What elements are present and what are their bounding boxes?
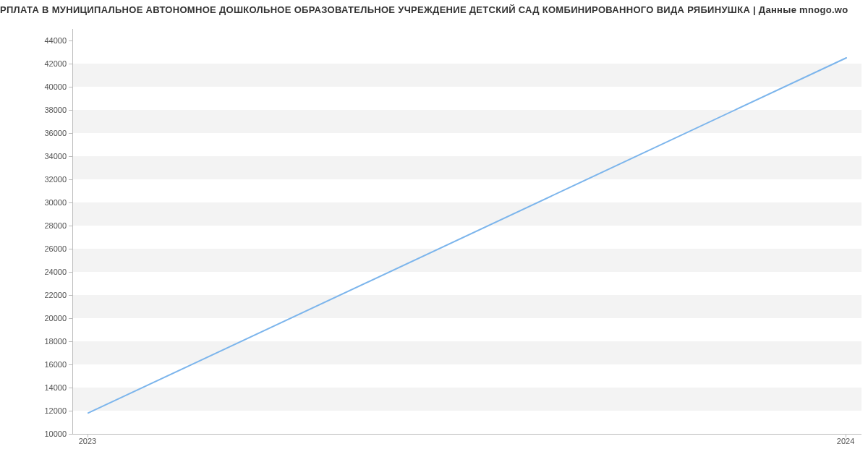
y-tick-mark	[69, 133, 72, 134]
y-tick-label: 16000	[9, 360, 67, 369]
y-tick-mark	[69, 434, 72, 435]
y-tick-label: 42000	[9, 59, 67, 68]
y-tick-label: 24000	[9, 268, 67, 276]
y-tick-label: 44000	[9, 36, 67, 45]
y-tick-mark	[69, 318, 72, 319]
y-tick-mark	[69, 179, 72, 180]
x-tick-mark	[846, 434, 846, 437]
y-tick-label: 12000	[9, 406, 67, 415]
y-tick-label: 20000	[9, 314, 67, 322]
y-tick-mark	[69, 202, 72, 203]
y-tick-label: 34000	[9, 152, 67, 161]
y-tick-label: 28000	[9, 221, 67, 230]
y-tick-mark	[69, 64, 72, 64]
y-tick-mark	[69, 272, 72, 273]
y-tick-mark	[69, 110, 72, 111]
x-tick-label: 2024	[837, 437, 854, 445]
y-tick-label: 40000	[9, 82, 67, 91]
x-tick-mark	[88, 434, 88, 437]
y-tick-label: 18000	[9, 337, 67, 346]
y-tick-mark	[69, 364, 72, 365]
y-tick-label: 22000	[9, 291, 67, 299]
y-tick-label: 26000	[9, 244, 67, 253]
y-tick-label: 32000	[9, 175, 67, 184]
y-tick-label: 10000	[9, 430, 67, 438]
y-tick-mark	[69, 156, 72, 157]
y-tick-mark	[69, 388, 72, 388]
y-tick-mark	[69, 226, 72, 226]
y-tick-mark	[69, 40, 72, 41]
y-tick-mark	[69, 249, 72, 249]
y-tick-label: 36000	[9, 129, 67, 137]
y-tick-label: 30000	[9, 198, 67, 207]
y-tick-label: 38000	[9, 106, 67, 114]
x-tick-label: 2023	[79, 437, 96, 445]
y-tick-mark	[69, 87, 72, 87]
plot-area	[72, 29, 861, 435]
chart-title: РПЛАТА В МУНИЦИПАЛЬНОЕ АВТОНОМНОЕ ДОШКОЛ…	[0, 4, 868, 15]
y-tick-label: 14000	[9, 383, 67, 392]
y-tick-mark	[69, 341, 72, 342]
series-line	[88, 58, 846, 413]
y-tick-mark	[69, 411, 72, 411]
line-layer	[73, 29, 861, 434]
y-tick-mark	[69, 295, 72, 296]
